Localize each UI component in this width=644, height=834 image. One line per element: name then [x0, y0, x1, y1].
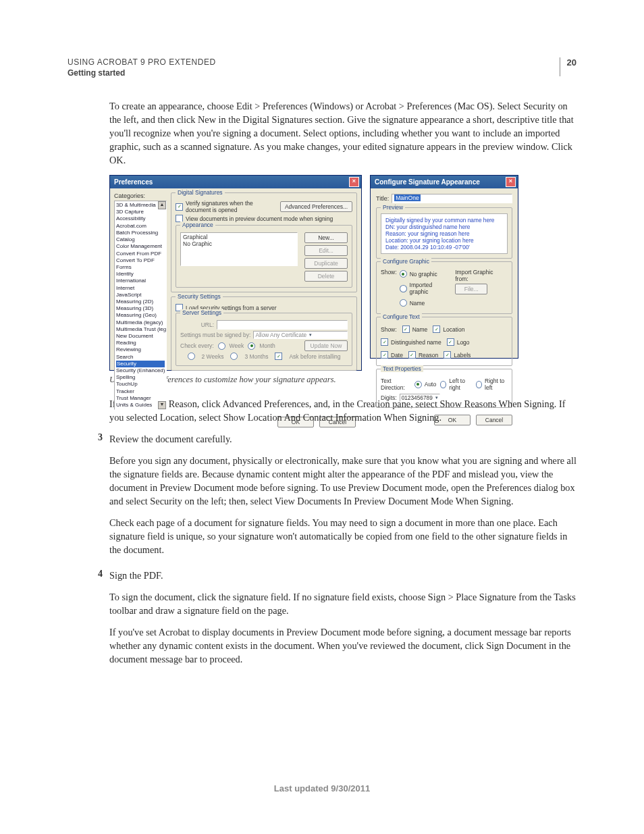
digits-value: 0123456789 [402, 394, 433, 401]
list-item[interactable]: Tracker [116, 388, 165, 395]
list-item[interactable]: Identity [116, 271, 165, 278]
appearance-group: Appearance Graphical No Graphic New... E… [176, 225, 352, 288]
graphic-row: Show: No graphic Imported graphic Name I… [381, 269, 508, 308]
dir-ltr-radio[interactable] [440, 381, 446, 388]
chevron-down-icon: ▾ [309, 332, 312, 338]
opt-label: 2 Weeks [202, 353, 224, 360]
list-item[interactable]: Acrobat.com [116, 223, 165, 230]
list-item[interactable]: Multimedia Trust (legacy) [116, 326, 165, 333]
logo-checkbox[interactable]: ✓ [447, 338, 454, 346]
check-month-radio[interactable] [248, 342, 255, 350]
location-checkbox[interactable]: ✓ [433, 325, 440, 333]
check-label: Check every: [180, 342, 214, 349]
digital-signatures-group: Digital Signatures ✓ Verify signatures w… [171, 192, 357, 292]
opt-label: 3 Months [244, 353, 268, 360]
preview-group: Preview Digitally signed by your common … [376, 207, 512, 259]
text-opts-row: Show: ✓Name ✓Location ✓Distinguished nam… [381, 324, 508, 360]
list-item[interactable]: TouchUp [116, 381, 165, 388]
list-item[interactable]: Multimedia (legacy) [116, 319, 165, 326]
list-item[interactable]: Forms [116, 264, 165, 271]
dn-checkbox[interactable]: ✓ [381, 338, 388, 346]
new-button[interactable]: New... [304, 232, 348, 243]
opt-label: Month [259, 342, 275, 349]
list-item[interactable]: Measuring (3D) [116, 305, 165, 312]
check-2weeks-radio[interactable] [188, 353, 195, 360]
reason-checkbox[interactable]: ✓ [408, 351, 416, 359]
categories-label: Categories: [114, 192, 167, 199]
list-item[interactable]: New Document [116, 333, 165, 340]
name-radio[interactable] [400, 299, 407, 307]
list-item[interactable]: Search [116, 354, 165, 361]
list-item[interactable]: Catalog [116, 236, 165, 243]
signedby-dropdown[interactable]: Allow Any Certificate ▾ [253, 331, 348, 339]
check-3months-radio[interactable] [230, 353, 238, 360]
list-item[interactable]: Convert To PDF [116, 257, 165, 264]
list-item-selected[interactable]: Security [116, 361, 165, 367]
file-button[interactable]: File... [455, 284, 487, 294]
step-3: 3 Review the document carefully. Before … [95, 432, 576, 565]
list-item[interactable]: Security (Enhanced) [116, 367, 165, 374]
ask-checkbox[interactable]: ✓ [275, 353, 282, 360]
text-dir-row: Text Direction: Auto Left to right Right… [381, 376, 508, 392]
list-item[interactable]: Measuring (2D) [116, 298, 165, 305]
group-title: Configure Text [381, 313, 422, 320]
categories-list[interactable]: ▲ 3D & Multimedia 3D Capture Accessibili… [114, 201, 167, 410]
security-settings-group: Security Settings Load security settings… [171, 296, 357, 371]
check-week-radio[interactable] [218, 342, 225, 350]
step-body: Sign the PDF. To sign the document, clic… [109, 569, 576, 674]
list-item[interactable]: Graphical [183, 234, 295, 240]
opt-label: Right to left [485, 377, 508, 391]
no-graphic-radio[interactable] [400, 270, 407, 278]
close-icon[interactable]: × [349, 177, 359, 187]
cancel-button[interactable]: Cancel [476, 415, 512, 425]
list-item[interactable]: Measuring (Geo) [116, 312, 165, 319]
digits-label: Digits: [381, 394, 397, 401]
list-item[interactable]: Batch Processing [116, 230, 165, 236]
preview-line: Date: 2008.04.29 10:10:49 -07'00' [385, 244, 503, 251]
name-checkbox[interactable]: ✓ [402, 325, 410, 333]
opt-label: Distinguished name [391, 339, 441, 346]
advanced-preferences-button[interactable]: Advanced Preferences... [280, 201, 352, 212]
step-number: 4 [95, 569, 103, 674]
step-body: Review the document carefully. Before yo… [109, 432, 576, 565]
list-item[interactable]: Spelling [116, 374, 165, 381]
preview-box: Digitally signed by your common name her… [381, 213, 508, 254]
appearance-list[interactable]: Graphical No Graphic [180, 232, 298, 266]
step-title: Sign the PDF. [109, 569, 576, 582]
list-item[interactable]: JavaScript [116, 292, 165, 298]
update-now-button[interactable]: Update Now [304, 340, 348, 351]
list-item[interactable]: International [116, 278, 165, 284]
list-item[interactable]: 3D Capture [116, 209, 165, 215]
signedby-label: Settings must be signed by: [180, 332, 250, 338]
list-item[interactable]: Internet [116, 285, 165, 292]
opt-label: Week [230, 342, 244, 349]
list-item[interactable]: Reading [116, 340, 165, 346]
opt-label: Imported graphic [410, 282, 453, 295]
title-input[interactable]: MainOne [392, 194, 512, 203]
scroll-up-icon[interactable]: ▲ [158, 201, 166, 209]
group-title: Configure Graphic [381, 258, 431, 265]
edit-button[interactable]: Edit... [304, 245, 348, 256]
digits-dropdown[interactable]: 0123456789 ▾ [400, 394, 440, 402]
close-icon[interactable]: × [506, 177, 516, 187]
list-item[interactable]: Color Management [116, 243, 165, 250]
list-item[interactable]: Reviewing [116, 346, 165, 353]
url-input[interactable] [217, 320, 348, 330]
check-row2: 2 Weeks 3 Months ✓Ask before installing [180, 353, 348, 360]
labels-checkbox[interactable]: ✓ [444, 351, 451, 359]
scroll-down-icon[interactable]: ▼ [158, 401, 166, 409]
delete-button[interactable]: Delete [304, 271, 348, 282]
page-number: 20 [560, 57, 576, 76]
config-titlebar: Configure Signature Appearance × [371, 176, 518, 188]
list-item[interactable]: Convert From PDF [116, 251, 165, 257]
list-item[interactable]: Accessibility [116, 215, 165, 222]
header-product: USING ACROBAT 9 PRO EXTENDED [68, 57, 216, 67]
date-checkbox[interactable]: ✓ [381, 351, 388, 359]
duplicate-button[interactable]: Duplicate [304, 258, 348, 269]
page-header: USING ACROBAT 9 PRO EXTENDED Getting sta… [68, 57, 576, 78]
imported-graphic-radio[interactable] [400, 285, 407, 292]
verify-checkbox[interactable]: ✓ [176, 203, 183, 211]
dir-auto-radio[interactable] [414, 381, 422, 388]
dir-rtl-radio[interactable] [476, 381, 482, 388]
list-item[interactable]: No Graphic [183, 240, 295, 247]
